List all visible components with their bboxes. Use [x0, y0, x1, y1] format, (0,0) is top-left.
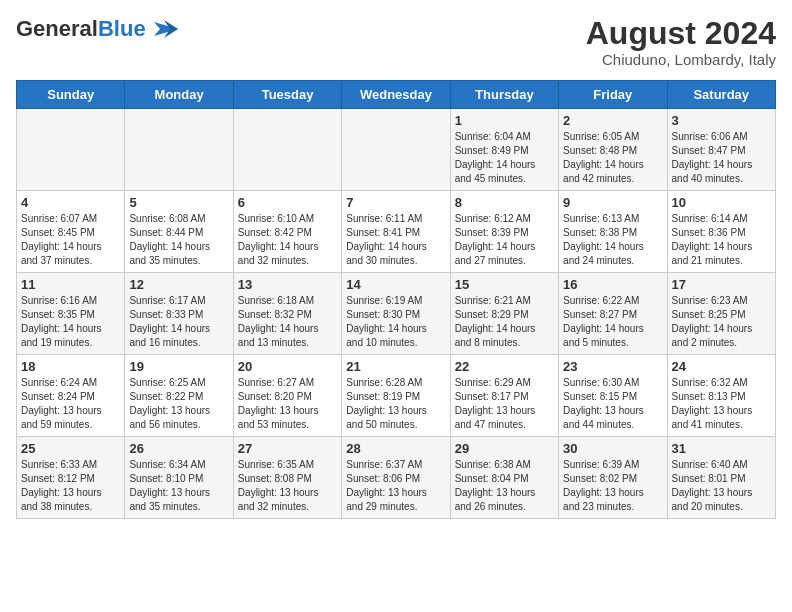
day-info: Sunrise: 6:06 AM Sunset: 8:47 PM Dayligh…: [672, 130, 771, 186]
calendar-cell: 25Sunrise: 6:33 AM Sunset: 8:12 PM Dayli…: [17, 437, 125, 519]
calendar-cell: 31Sunrise: 6:40 AM Sunset: 8:01 PM Dayli…: [667, 437, 775, 519]
calendar-cell: 28Sunrise: 6:37 AM Sunset: 8:06 PM Dayli…: [342, 437, 450, 519]
weekday-header-sunday: Sunday: [17, 81, 125, 109]
day-info: Sunrise: 6:29 AM Sunset: 8:17 PM Dayligh…: [455, 376, 554, 432]
day-number: 26: [129, 441, 228, 456]
day-info: Sunrise: 6:14 AM Sunset: 8:36 PM Dayligh…: [672, 212, 771, 268]
day-number: 30: [563, 441, 662, 456]
day-number: 27: [238, 441, 337, 456]
day-info: Sunrise: 6:22 AM Sunset: 8:27 PM Dayligh…: [563, 294, 662, 350]
calendar-cell: 8Sunrise: 6:12 AM Sunset: 8:39 PM Daylig…: [450, 191, 558, 273]
day-number: 8: [455, 195, 554, 210]
calendar-cell: 4Sunrise: 6:07 AM Sunset: 8:45 PM Daylig…: [17, 191, 125, 273]
day-info: Sunrise: 6:04 AM Sunset: 8:49 PM Dayligh…: [455, 130, 554, 186]
weekday-header-row: SundayMondayTuesdayWednesdayThursdayFrid…: [17, 81, 776, 109]
day-number: 17: [672, 277, 771, 292]
calendar-cell: 6Sunrise: 6:10 AM Sunset: 8:42 PM Daylig…: [233, 191, 341, 273]
day-info: Sunrise: 6:34 AM Sunset: 8:10 PM Dayligh…: [129, 458, 228, 514]
calendar-cell: [125, 109, 233, 191]
day-info: Sunrise: 6:19 AM Sunset: 8:30 PM Dayligh…: [346, 294, 445, 350]
day-info: Sunrise: 6:13 AM Sunset: 8:38 PM Dayligh…: [563, 212, 662, 268]
calendar-cell: 11Sunrise: 6:16 AM Sunset: 8:35 PM Dayli…: [17, 273, 125, 355]
calendar-cell: 26Sunrise: 6:34 AM Sunset: 8:10 PM Dayli…: [125, 437, 233, 519]
calendar-cell: 29Sunrise: 6:38 AM Sunset: 8:04 PM Dayli…: [450, 437, 558, 519]
weekday-header-saturday: Saturday: [667, 81, 775, 109]
day-number: 15: [455, 277, 554, 292]
calendar-cell: 14Sunrise: 6:19 AM Sunset: 8:30 PM Dayli…: [342, 273, 450, 355]
day-number: 29: [455, 441, 554, 456]
logo: GeneralBlue: [16, 16, 182, 42]
calendar-week-2: 4Sunrise: 6:07 AM Sunset: 8:45 PM Daylig…: [17, 191, 776, 273]
day-number: 4: [21, 195, 120, 210]
calendar-cell: [17, 109, 125, 191]
day-info: Sunrise: 6:12 AM Sunset: 8:39 PM Dayligh…: [455, 212, 554, 268]
day-number: 5: [129, 195, 228, 210]
weekday-header-friday: Friday: [559, 81, 667, 109]
day-number: 19: [129, 359, 228, 374]
day-number: 31: [672, 441, 771, 456]
calendar-cell: 23Sunrise: 6:30 AM Sunset: 8:15 PM Dayli…: [559, 355, 667, 437]
day-info: Sunrise: 6:40 AM Sunset: 8:01 PM Dayligh…: [672, 458, 771, 514]
day-number: 3: [672, 113, 771, 128]
calendar-cell: 20Sunrise: 6:27 AM Sunset: 8:20 PM Dayli…: [233, 355, 341, 437]
weekday-header-thursday: Thursday: [450, 81, 558, 109]
calendar-cell: 17Sunrise: 6:23 AM Sunset: 8:25 PM Dayli…: [667, 273, 775, 355]
day-number: 2: [563, 113, 662, 128]
calendar-table: SundayMondayTuesdayWednesdayThursdayFrid…: [16, 80, 776, 519]
day-info: Sunrise: 6:08 AM Sunset: 8:44 PM Dayligh…: [129, 212, 228, 268]
calendar-cell: 18Sunrise: 6:24 AM Sunset: 8:24 PM Dayli…: [17, 355, 125, 437]
calendar-cell: 21Sunrise: 6:28 AM Sunset: 8:19 PM Dayli…: [342, 355, 450, 437]
day-info: Sunrise: 6:37 AM Sunset: 8:06 PM Dayligh…: [346, 458, 445, 514]
day-info: Sunrise: 6:32 AM Sunset: 8:13 PM Dayligh…: [672, 376, 771, 432]
day-number: 23: [563, 359, 662, 374]
calendar-cell: 7Sunrise: 6:11 AM Sunset: 8:41 PM Daylig…: [342, 191, 450, 273]
day-number: 13: [238, 277, 337, 292]
day-info: Sunrise: 6:33 AM Sunset: 8:12 PM Dayligh…: [21, 458, 120, 514]
calendar-cell: 19Sunrise: 6:25 AM Sunset: 8:22 PM Dayli…: [125, 355, 233, 437]
calendar-cell: [342, 109, 450, 191]
day-info: Sunrise: 6:18 AM Sunset: 8:32 PM Dayligh…: [238, 294, 337, 350]
day-number: 20: [238, 359, 337, 374]
day-number: 11: [21, 277, 120, 292]
calendar-cell: 1Sunrise: 6:04 AM Sunset: 8:49 PM Daylig…: [450, 109, 558, 191]
day-info: Sunrise: 6:11 AM Sunset: 8:41 PM Dayligh…: [346, 212, 445, 268]
calendar-week-5: 25Sunrise: 6:33 AM Sunset: 8:12 PM Dayli…: [17, 437, 776, 519]
calendar-cell: 10Sunrise: 6:14 AM Sunset: 8:36 PM Dayli…: [667, 191, 775, 273]
day-number: 16: [563, 277, 662, 292]
day-info: Sunrise: 6:28 AM Sunset: 8:19 PM Dayligh…: [346, 376, 445, 432]
day-info: Sunrise: 6:10 AM Sunset: 8:42 PM Dayligh…: [238, 212, 337, 268]
day-number: 7: [346, 195, 445, 210]
day-info: Sunrise: 6:24 AM Sunset: 8:24 PM Dayligh…: [21, 376, 120, 432]
day-info: Sunrise: 6:25 AM Sunset: 8:22 PM Dayligh…: [129, 376, 228, 432]
day-info: Sunrise: 6:07 AM Sunset: 8:45 PM Dayligh…: [21, 212, 120, 268]
day-info: Sunrise: 6:23 AM Sunset: 8:25 PM Dayligh…: [672, 294, 771, 350]
day-number: 24: [672, 359, 771, 374]
day-info: Sunrise: 6:05 AM Sunset: 8:48 PM Dayligh…: [563, 130, 662, 186]
day-info: Sunrise: 6:16 AM Sunset: 8:35 PM Dayligh…: [21, 294, 120, 350]
day-number: 9: [563, 195, 662, 210]
weekday-header-tuesday: Tuesday: [233, 81, 341, 109]
day-info: Sunrise: 6:35 AM Sunset: 8:08 PM Dayligh…: [238, 458, 337, 514]
calendar-cell: 27Sunrise: 6:35 AM Sunset: 8:08 PM Dayli…: [233, 437, 341, 519]
calendar-cell: 15Sunrise: 6:21 AM Sunset: 8:29 PM Dayli…: [450, 273, 558, 355]
day-info: Sunrise: 6:38 AM Sunset: 8:04 PM Dayligh…: [455, 458, 554, 514]
day-info: Sunrise: 6:39 AM Sunset: 8:02 PM Dayligh…: [563, 458, 662, 514]
day-info: Sunrise: 6:30 AM Sunset: 8:15 PM Dayligh…: [563, 376, 662, 432]
day-info: Sunrise: 6:27 AM Sunset: 8:20 PM Dayligh…: [238, 376, 337, 432]
logo-icon: [150, 18, 182, 40]
calendar-subtitle: Chiuduno, Lombardy, Italy: [586, 51, 776, 68]
calendar-cell: 16Sunrise: 6:22 AM Sunset: 8:27 PM Dayli…: [559, 273, 667, 355]
calendar-cell: 9Sunrise: 6:13 AM Sunset: 8:38 PM Daylig…: [559, 191, 667, 273]
day-number: 12: [129, 277, 228, 292]
calendar-cell: 22Sunrise: 6:29 AM Sunset: 8:17 PM Dayli…: [450, 355, 558, 437]
day-number: 22: [455, 359, 554, 374]
calendar-cell: 2Sunrise: 6:05 AM Sunset: 8:48 PM Daylig…: [559, 109, 667, 191]
calendar-title: August 2024: [586, 16, 776, 51]
calendar-cell: 5Sunrise: 6:08 AM Sunset: 8:44 PM Daylig…: [125, 191, 233, 273]
calendar-cell: 13Sunrise: 6:18 AM Sunset: 8:32 PM Dayli…: [233, 273, 341, 355]
day-number: 14: [346, 277, 445, 292]
page-header: GeneralBlue August 2024 Chiuduno, Lombar…: [16, 16, 776, 68]
calendar-title-block: August 2024 Chiuduno, Lombardy, Italy: [586, 16, 776, 68]
calendar-cell: 3Sunrise: 6:06 AM Sunset: 8:47 PM Daylig…: [667, 109, 775, 191]
day-number: 25: [21, 441, 120, 456]
